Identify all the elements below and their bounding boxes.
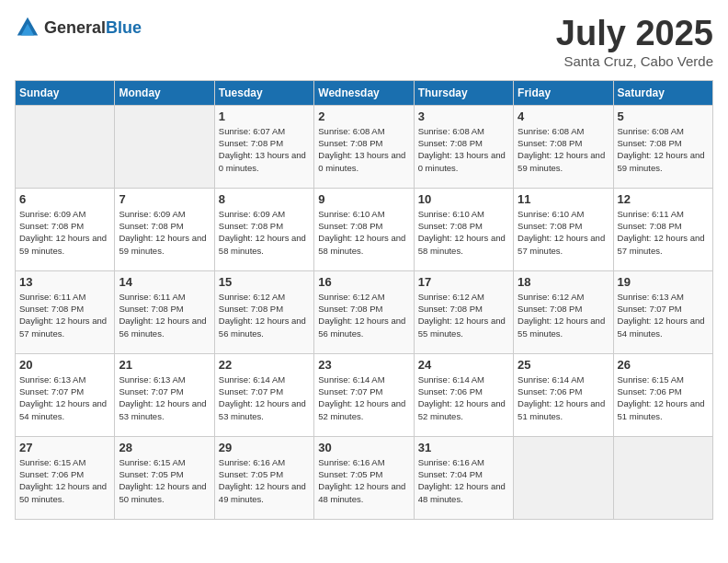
calendar-cell: 18Sunrise: 6:12 AM Sunset: 7:08 PM Dayli… <box>514 270 613 353</box>
day-number: 3 <box>418 109 509 123</box>
day-number: 23 <box>318 358 409 372</box>
day-number: 13 <box>19 275 110 289</box>
day-number: 5 <box>618 109 709 123</box>
day-info: Sunrise: 6:13 AM Sunset: 7:07 PM Dayligh… <box>618 291 709 339</box>
calendar-cell: 28Sunrise: 6:15 AM Sunset: 7:05 PM Dayli… <box>115 436 214 519</box>
day-number: 12 <box>618 192 709 206</box>
day-info: Sunrise: 6:08 AM Sunset: 7:08 PM Dayligh… <box>618 125 709 174</box>
weekday-header-saturday: Saturday <box>613 80 712 105</box>
day-number: 19 <box>618 275 709 289</box>
day-info: Sunrise: 6:12 AM Sunset: 7:08 PM Dayligh… <box>518 291 609 339</box>
calendar-cell: 1Sunrise: 6:07 AM Sunset: 7:08 PM Daylig… <box>214 105 313 188</box>
weekday-header-row: SundayMondayTuesdayWednesdayThursdayFrid… <box>16 80 713 105</box>
calendar-cell <box>514 436 613 519</box>
day-number: 6 <box>19 192 110 206</box>
day-number: 25 <box>518 358 609 372</box>
calendar-cell: 21Sunrise: 6:13 AM Sunset: 7:07 PM Dayli… <box>115 353 214 436</box>
logo-text-blue: Blue <box>106 18 142 37</box>
day-info: Sunrise: 6:08 AM Sunset: 7:08 PM Dayligh… <box>418 125 509 174</box>
day-info: Sunrise: 6:16 AM Sunset: 7:05 PM Dayligh… <box>219 456 310 505</box>
day-number: 20 <box>19 358 110 372</box>
calendar-cell: 11Sunrise: 6:10 AM Sunset: 7:08 PM Dayli… <box>514 188 613 270</box>
day-number: 15 <box>219 275 310 289</box>
weekday-header-wednesday: Wednesday <box>314 80 414 105</box>
calendar-cell: 2Sunrise: 6:08 AM Sunset: 7:08 PM Daylig… <box>314 105 414 188</box>
page-header: GeneralBlue July 2025 Santa Cruz, Cabo V… <box>15 15 713 69</box>
calendar-cell: 12Sunrise: 6:11 AM Sunset: 7:08 PM Dayli… <box>613 188 712 270</box>
week-row-1: 1Sunrise: 6:07 AM Sunset: 7:08 PM Daylig… <box>16 105 713 188</box>
calendar-cell: 31Sunrise: 6:16 AM Sunset: 7:04 PM Dayli… <box>414 436 513 519</box>
day-info: Sunrise: 6:14 AM Sunset: 7:06 PM Dayligh… <box>518 373 609 422</box>
calendar-cell: 26Sunrise: 6:15 AM Sunset: 7:06 PM Dayli… <box>613 353 712 436</box>
calendar-cell: 3Sunrise: 6:08 AM Sunset: 7:08 PM Daylig… <box>414 105 513 188</box>
day-info: Sunrise: 6:12 AM Sunset: 7:08 PM Dayligh… <box>318 291 409 339</box>
logo: GeneralBlue <box>15 15 142 40</box>
calendar-cell: 13Sunrise: 6:11 AM Sunset: 7:08 PM Dayli… <box>16 270 115 353</box>
day-info: Sunrise: 6:08 AM Sunset: 7:08 PM Dayligh… <box>318 125 409 174</box>
week-row-2: 6Sunrise: 6:09 AM Sunset: 7:08 PM Daylig… <box>16 188 713 270</box>
day-info: Sunrise: 6:09 AM Sunset: 7:08 PM Dayligh… <box>19 208 110 257</box>
calendar-cell <box>613 436 712 519</box>
day-info: Sunrise: 6:14 AM Sunset: 7:06 PM Dayligh… <box>418 373 509 422</box>
day-number: 2 <box>318 109 409 123</box>
day-number: 18 <box>518 275 609 289</box>
calendar-cell: 7Sunrise: 6:09 AM Sunset: 7:08 PM Daylig… <box>115 188 214 270</box>
calendar-cell: 23Sunrise: 6:14 AM Sunset: 7:07 PM Dayli… <box>314 353 414 436</box>
day-info: Sunrise: 6:10 AM Sunset: 7:08 PM Dayligh… <box>518 208 609 257</box>
day-number: 28 <box>119 441 210 454</box>
calendar-cell: 9Sunrise: 6:10 AM Sunset: 7:08 PM Daylig… <box>314 188 414 270</box>
day-number: 7 <box>119 192 210 206</box>
week-row-3: 13Sunrise: 6:11 AM Sunset: 7:08 PM Dayli… <box>16 270 713 353</box>
calendar-cell <box>115 105 214 188</box>
day-info: Sunrise: 6:07 AM Sunset: 7:08 PM Dayligh… <box>219 125 310 174</box>
day-number: 21 <box>119 358 210 372</box>
day-info: Sunrise: 6:11 AM Sunset: 7:08 PM Dayligh… <box>19 291 110 339</box>
calendar-cell: 5Sunrise: 6:08 AM Sunset: 7:08 PM Daylig… <box>613 105 712 188</box>
day-info: Sunrise: 6:16 AM Sunset: 7:04 PM Dayligh… <box>418 456 509 505</box>
day-info: Sunrise: 6:13 AM Sunset: 7:07 PM Dayligh… <box>19 373 110 422</box>
day-info: Sunrise: 6:11 AM Sunset: 7:08 PM Dayligh… <box>119 291 210 339</box>
day-number: 16 <box>318 275 409 289</box>
day-number: 8 <box>219 192 310 206</box>
day-number: 4 <box>518 109 609 123</box>
weekday-header-thursday: Thursday <box>414 80 513 105</box>
day-info: Sunrise: 6:13 AM Sunset: 7:07 PM Dayligh… <box>119 373 210 422</box>
weekday-header-friday: Friday <box>514 80 613 105</box>
calendar-cell: 6Sunrise: 6:09 AM Sunset: 7:08 PM Daylig… <box>16 188 115 270</box>
day-info: Sunrise: 6:09 AM Sunset: 7:08 PM Dayligh… <box>119 208 210 257</box>
day-info: Sunrise: 6:09 AM Sunset: 7:08 PM Dayligh… <box>219 208 310 257</box>
calendar-cell: 14Sunrise: 6:11 AM Sunset: 7:08 PM Dayli… <box>115 270 214 353</box>
week-row-5: 27Sunrise: 6:15 AM Sunset: 7:06 PM Dayli… <box>16 436 713 519</box>
day-number: 26 <box>618 358 709 372</box>
day-info: Sunrise: 6:15 AM Sunset: 7:06 PM Dayligh… <box>618 373 709 422</box>
day-number: 22 <box>219 358 310 372</box>
day-info: Sunrise: 6:15 AM Sunset: 7:06 PM Dayligh… <box>19 456 110 505</box>
day-number: 1 <box>219 109 310 123</box>
calendar-table: SundayMondayTuesdayWednesdayThursdayFrid… <box>15 80 713 520</box>
day-info: Sunrise: 6:15 AM Sunset: 7:05 PM Dayligh… <box>119 456 210 505</box>
logo-icon <box>15 15 40 40</box>
logo-text-general: General <box>44 18 106 37</box>
calendar-cell: 10Sunrise: 6:10 AM Sunset: 7:08 PM Dayli… <box>414 188 513 270</box>
calendar-cell: 15Sunrise: 6:12 AM Sunset: 7:08 PM Dayli… <box>214 270 313 353</box>
day-number: 11 <box>518 192 609 206</box>
day-info: Sunrise: 6:14 AM Sunset: 7:07 PM Dayligh… <box>219 373 310 422</box>
month-title: July 2025 <box>556 15 713 53</box>
week-row-4: 20Sunrise: 6:13 AM Sunset: 7:07 PM Dayli… <box>16 353 713 436</box>
day-number: 17 <box>418 275 509 289</box>
weekday-header-monday: Monday <box>115 80 214 105</box>
day-number: 31 <box>418 441 509 454</box>
day-info: Sunrise: 6:10 AM Sunset: 7:08 PM Dayligh… <box>418 208 509 257</box>
location: Santa Cruz, Cabo Verde <box>556 53 713 69</box>
calendar-cell: 27Sunrise: 6:15 AM Sunset: 7:06 PM Dayli… <box>16 436 115 519</box>
day-info: Sunrise: 6:11 AM Sunset: 7:08 PM Dayligh… <box>618 208 709 257</box>
calendar-cell: 25Sunrise: 6:14 AM Sunset: 7:06 PM Dayli… <box>514 353 613 436</box>
day-info: Sunrise: 6:10 AM Sunset: 7:08 PM Dayligh… <box>318 208 409 257</box>
day-info: Sunrise: 6:12 AM Sunset: 7:08 PM Dayligh… <box>219 291 310 339</box>
weekday-header-sunday: Sunday <box>16 80 115 105</box>
calendar-cell: 19Sunrise: 6:13 AM Sunset: 7:07 PM Dayli… <box>613 270 712 353</box>
day-number: 29 <box>219 441 310 454</box>
calendar-cell <box>16 105 115 188</box>
day-info: Sunrise: 6:08 AM Sunset: 7:08 PM Dayligh… <box>518 125 609 174</box>
day-info: Sunrise: 6:14 AM Sunset: 7:07 PM Dayligh… <box>318 373 409 422</box>
